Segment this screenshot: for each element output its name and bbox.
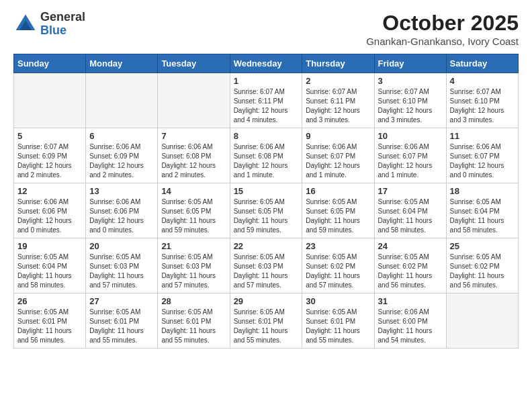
calendar-day-cell: 2Sunrise: 6:07 AM Sunset: 6:11 PM Daylig…	[302, 73, 374, 128]
calendar-day-cell: 16Sunrise: 6:05 AM Sunset: 6:05 PM Dayli…	[302, 183, 374, 238]
day-number: 29	[234, 296, 299, 306]
day-info: Sunrise: 6:05 AM Sunset: 6:01 PM Dayligh…	[161, 308, 226, 345]
logo-blue: Blue	[40, 24, 85, 38]
day-number: 25	[450, 241, 515, 251]
weekday-header: Monday	[86, 54, 158, 73]
day-number: 26	[17, 296, 82, 306]
calendar-day-cell: 25Sunrise: 6:05 AM Sunset: 6:02 PM Dayli…	[446, 238, 518, 293]
page-header: General Blue October 2025 Gnankan-Gnanka…	[13, 11, 519, 47]
day-number: 3	[378, 76, 443, 86]
day-number: 11	[450, 131, 515, 141]
calendar-day-cell: 20Sunrise: 6:05 AM Sunset: 6:03 PM Dayli…	[86, 238, 158, 293]
day-info: Sunrise: 6:05 AM Sunset: 6:04 PM Dayligh…	[378, 197, 443, 235]
title-block: October 2025 Gnankan-Gnankanso, Ivory Co…	[366, 11, 519, 47]
calendar-day-cell	[158, 73, 230, 128]
calendar-day-cell: 14Sunrise: 6:05 AM Sunset: 6:05 PM Dayli…	[158, 183, 230, 238]
day-info: Sunrise: 6:07 AM Sunset: 6:10 PM Dayligh…	[450, 87, 515, 125]
day-info: Sunrise: 6:06 AM Sunset: 6:06 PM Dayligh…	[89, 197, 154, 235]
day-info: Sunrise: 6:05 AM Sunset: 6:01 PM Dayligh…	[306, 308, 370, 345]
day-number: 16	[306, 186, 370, 196]
calendar-day-cell: 8Sunrise: 6:06 AM Sunset: 6:08 PM Daylig…	[230, 128, 302, 183]
weekday-header: Saturday	[446, 54, 518, 73]
calendar-day-cell: 24Sunrise: 6:05 AM Sunset: 6:02 PM Dayli…	[374, 238, 446, 293]
day-number: 27	[89, 296, 154, 306]
day-info: Sunrise: 6:05 AM Sunset: 6:01 PM Dayligh…	[234, 308, 299, 345]
day-number: 4	[450, 76, 515, 86]
calendar-day-cell: 31Sunrise: 6:06 AM Sunset: 6:00 PM Dayli…	[374, 293, 446, 349]
day-info: Sunrise: 6:05 AM Sunset: 6:04 PM Dayligh…	[450, 197, 515, 235]
day-info: Sunrise: 6:06 AM Sunset: 6:08 PM Dayligh…	[234, 142, 299, 180]
weekday-header: Friday	[374, 54, 446, 73]
day-number: 17	[378, 186, 443, 196]
day-info: Sunrise: 6:05 AM Sunset: 6:05 PM Dayligh…	[161, 197, 226, 235]
calendar-body: 1Sunrise: 6:07 AM Sunset: 6:11 PM Daylig…	[14, 73, 519, 349]
day-info: Sunrise: 6:07 AM Sunset: 6:10 PM Dayligh…	[378, 87, 443, 125]
day-info: Sunrise: 6:05 AM Sunset: 6:02 PM Dayligh…	[378, 253, 443, 290]
day-number: 12	[17, 186, 82, 196]
calendar-week-row: 19Sunrise: 6:05 AM Sunset: 6:04 PM Dayli…	[14, 238, 519, 293]
day-info: Sunrise: 6:06 AM Sunset: 6:07 PM Dayligh…	[450, 142, 515, 180]
calendar-day-cell: 4Sunrise: 6:07 AM Sunset: 6:10 PM Daylig…	[446, 73, 518, 128]
day-info: Sunrise: 6:06 AM Sunset: 6:07 PM Dayligh…	[378, 142, 443, 180]
day-info: Sunrise: 6:07 AM Sunset: 6:09 PM Dayligh…	[17, 142, 82, 180]
day-number: 20	[89, 241, 154, 251]
day-info: Sunrise: 6:05 AM Sunset: 6:01 PM Dayligh…	[17, 308, 82, 345]
calendar-day-cell: 21Sunrise: 6:05 AM Sunset: 6:03 PM Dayli…	[158, 238, 230, 293]
calendar-day-cell: 3Sunrise: 6:07 AM Sunset: 6:10 PM Daylig…	[374, 73, 446, 128]
day-number: 31	[378, 296, 443, 306]
weekday-header: Wednesday	[230, 54, 302, 73]
day-info: Sunrise: 6:05 AM Sunset: 6:05 PM Dayligh…	[306, 197, 370, 235]
calendar-week-row: 5Sunrise: 6:07 AM Sunset: 6:09 PM Daylig…	[14, 128, 519, 183]
day-number: 30	[306, 296, 370, 306]
logo-icon	[13, 12, 38, 36]
calendar-day-cell: 18Sunrise: 6:05 AM Sunset: 6:04 PM Dayli…	[446, 183, 518, 238]
calendar-day-cell: 29Sunrise: 6:05 AM Sunset: 6:01 PM Dayli…	[230, 293, 302, 349]
day-info: Sunrise: 6:05 AM Sunset: 6:02 PM Dayligh…	[450, 253, 515, 290]
calendar-day-cell: 7Sunrise: 6:06 AM Sunset: 6:08 PM Daylig…	[158, 128, 230, 183]
day-info: Sunrise: 6:06 AM Sunset: 6:06 PM Dayligh…	[17, 197, 82, 235]
day-number: 15	[234, 186, 299, 196]
day-info: Sunrise: 6:07 AM Sunset: 6:11 PM Dayligh…	[234, 87, 299, 125]
weekday-header: Tuesday	[158, 54, 230, 73]
calendar-day-cell	[14, 73, 86, 128]
day-number: 5	[17, 131, 82, 141]
day-number: 28	[161, 296, 226, 306]
calendar-day-cell: 26Sunrise: 6:05 AM Sunset: 6:01 PM Dayli…	[14, 293, 86, 349]
day-info: Sunrise: 6:06 AM Sunset: 6:07 PM Dayligh…	[306, 142, 370, 180]
day-info: Sunrise: 6:05 AM Sunset: 6:03 PM Dayligh…	[89, 253, 154, 290]
calendar-day-cell: 17Sunrise: 6:05 AM Sunset: 6:04 PM Dayli…	[374, 183, 446, 238]
day-info: Sunrise: 6:06 AM Sunset: 6:08 PM Dayligh…	[161, 142, 226, 180]
day-number: 7	[161, 131, 226, 141]
calendar-day-cell: 28Sunrise: 6:05 AM Sunset: 6:01 PM Dayli…	[158, 293, 230, 349]
day-number: 24	[378, 241, 443, 251]
day-number: 9	[306, 131, 370, 141]
day-number: 2	[306, 76, 370, 86]
calendar-day-cell: 27Sunrise: 6:05 AM Sunset: 6:01 PM Dayli…	[86, 293, 158, 349]
calendar-day-cell: 22Sunrise: 6:05 AM Sunset: 6:03 PM Dayli…	[230, 238, 302, 293]
day-number: 21	[161, 241, 226, 251]
calendar-day-cell: 9Sunrise: 6:06 AM Sunset: 6:07 PM Daylig…	[302, 128, 374, 183]
day-info: Sunrise: 6:05 AM Sunset: 6:04 PM Dayligh…	[17, 253, 82, 290]
weekday-header: Thursday	[302, 54, 374, 73]
day-info: Sunrise: 6:05 AM Sunset: 6:03 PM Dayligh…	[234, 253, 299, 290]
logo: General Blue	[13, 11, 85, 38]
calendar-day-cell: 11Sunrise: 6:06 AM Sunset: 6:07 PM Dayli…	[446, 128, 518, 183]
location-subtitle: Gnankan-Gnankanso, Ivory Coast	[366, 36, 519, 47]
calendar-day-cell: 15Sunrise: 6:05 AM Sunset: 6:05 PM Dayli…	[230, 183, 302, 238]
weekday-header: Sunday	[14, 54, 86, 73]
calendar-day-cell: 10Sunrise: 6:06 AM Sunset: 6:07 PM Dayli…	[374, 128, 446, 183]
day-number: 23	[306, 241, 370, 251]
calendar-day-cell: 12Sunrise: 6:06 AM Sunset: 6:06 PM Dayli…	[14, 183, 86, 238]
calendar-week-row: 1Sunrise: 6:07 AM Sunset: 6:11 PM Daylig…	[14, 73, 519, 128]
day-info: Sunrise: 6:05 AM Sunset: 6:05 PM Dayligh…	[234, 197, 299, 235]
day-number: 22	[234, 241, 299, 251]
day-info: Sunrise: 6:05 AM Sunset: 6:02 PM Dayligh…	[306, 253, 370, 290]
day-number: 8	[234, 131, 299, 141]
calendar-day-cell: 30Sunrise: 6:05 AM Sunset: 6:01 PM Dayli…	[302, 293, 374, 349]
day-info: Sunrise: 6:07 AM Sunset: 6:11 PM Dayligh…	[306, 87, 370, 125]
calendar-day-cell: 13Sunrise: 6:06 AM Sunset: 6:06 PM Dayli…	[86, 183, 158, 238]
day-number: 19	[17, 241, 82, 251]
day-number: 13	[89, 186, 154, 196]
logo-text: General Blue	[40, 11, 85, 38]
calendar-day-cell: 23Sunrise: 6:05 AM Sunset: 6:02 PM Dayli…	[302, 238, 374, 293]
